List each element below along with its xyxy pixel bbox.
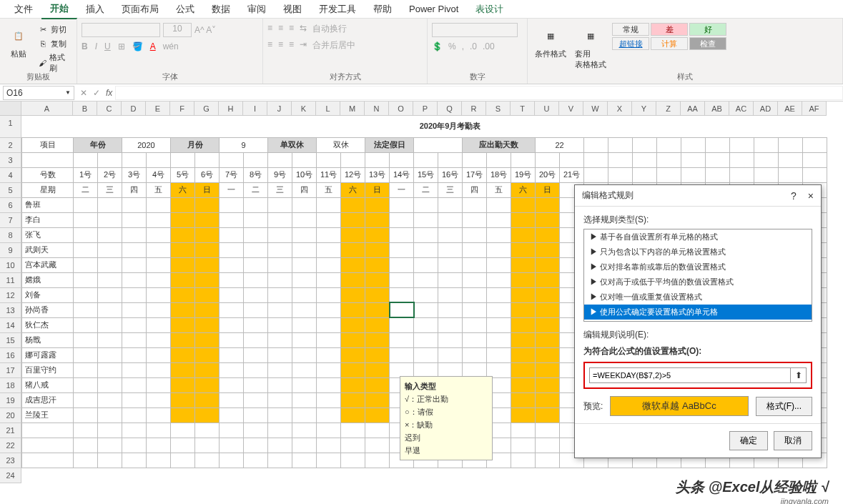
range-picker-icon[interactable]: ⬆ [790,368,806,382]
format-button[interactable]: 格式(F)... [756,397,812,416]
brush-icon: 🖌 [37,57,47,69]
bold-button[interactable]: B [82,41,88,51]
cancel-icon[interactable]: ✕ [80,88,87,98]
style-calc[interactable]: 计算 [651,37,688,50]
rule-type-list[interactable]: ▶ 基于各自值设置所有单元格的格式 ▶ 只为包含以下内容的单元格设置格式 ▶ 仅… [583,229,812,322]
cond-format-icon: ▦ [539,24,562,47]
style-bad[interactable]: 差 [651,23,688,36]
row-headers[interactable]: 123456789101112131415161718192021222324 [0,116,21,483]
tab-review[interactable]: 审阅 [239,0,275,19]
enter-icon[interactable]: ✓ [93,88,100,98]
italic-button[interactable]: I [95,41,97,51]
tab-help[interactable]: 帮助 [365,0,400,19]
group-styles: 样式 [528,71,842,82]
formula-bar-row: O16▼ ✕ ✓ fx [0,84,843,102]
name-box[interactable]: O16▼ [3,86,74,100]
tab-dev[interactable]: 开发工具 [310,0,365,19]
wrap-button[interactable]: 自动换行 [312,23,347,35]
edit-rule-dialog: 编辑格式规则 ? × 选择规则类型(S): ▶ 基于各自值设置所有单元格的格式 … [574,184,822,458]
tab-tabledesign[interactable]: 表设计 [467,0,512,19]
preview-box: 微软卓越 AaBbCc [610,396,748,416]
input-tooltip: 输入类型 √：正常出勤 ○：请假 ×：缺勤 迟到 早退 [400,376,493,460]
paste-icon: 📋 [7,24,30,47]
fx-icon[interactable]: fx [106,88,112,98]
table-format-button[interactable]: ▦套用 表格格式 [572,23,609,71]
formula-input[interactable] [590,368,790,382]
style-check[interactable]: 检查 [689,37,726,50]
style-good[interactable]: 好 [689,23,726,36]
group-clipboard: 剪贴板 [0,71,77,82]
scissors-icon: ✂ [37,24,49,35]
fontcolor-button[interactable]: A [150,41,156,51]
style-normal[interactable]: 常规 [612,23,649,36]
rule-desc-label: 编辑规则说明(E): [583,329,812,341]
watermark: 头条 @Excel从经验啦 √ [676,478,829,497]
preview-label: 预览: [583,400,603,412]
fill-button[interactable]: 🪣 [132,41,143,51]
ok-button[interactable]: 确定 [729,431,768,450]
group-font: 字体 [77,71,262,82]
tab-insert[interactable]: 插入 [77,0,113,19]
merge-button[interactable]: 合并后居中 [312,39,355,51]
tab-file[interactable]: 文件 [6,0,41,19]
style-link[interactable]: 超链接 [612,37,649,50]
copy-icon: ⎘ [37,38,49,49]
phonetic-button[interactable]: wén [163,41,179,51]
table-format-icon: ▦ [579,24,602,47]
formula-highlight: ⬆ [583,362,812,389]
ribbon-tabs: 文件 开始 插入 页面布局 公式 数据 审阅 视图 开发工具 帮助 Power … [0,0,843,19]
ribbon: 📋 粘贴 ✂剪切 ⎘复制 🖌格式刷 剪贴板 10 A^ A˅ B I U ⊞ [0,19,843,84]
formula-label: 为符合此公式的值设置格式(O): [583,345,812,357]
tab-formula[interactable]: 公式 [167,0,203,19]
tab-view[interactable]: 视图 [275,0,310,19]
select-all-corner[interactable] [0,102,21,116]
cond-format-button[interactable]: ▦条件格式 [532,23,569,61]
close-icon[interactable]: × [808,190,814,202]
help-icon[interactable]: ? [791,190,797,202]
copy-button[interactable]: ⎘复制 [36,37,72,50]
border-button[interactable]: ⊞ [118,41,125,51]
tab-data[interactable]: 数据 [203,0,239,19]
paste-button[interactable]: 📋 粘贴 [4,23,33,61]
cut-button[interactable]: ✂剪切 [36,23,72,36]
watermark-url: jingyanla.com [781,497,829,504]
group-align: 对齐方式 [263,71,427,82]
formula-bar[interactable] [115,86,843,100]
group-number: 数字 [428,71,527,82]
dialog-title: 编辑格式规则 [582,189,634,202]
tab-powerpivot[interactable]: Power Pivot [400,1,467,17]
tab-layout[interactable]: 页面布局 [113,0,167,19]
tab-home[interactable]: 开始 [41,0,77,19]
select-rule-label: 选择规则类型(S): [583,214,812,226]
column-headers[interactable]: ABCDEFGHIJKLMNOPQRSTUVWXYZAAABACADAEAF [21,102,827,116]
cancel-button[interactable]: 取消 [774,431,812,450]
underline-button[interactable]: U [104,41,111,51]
